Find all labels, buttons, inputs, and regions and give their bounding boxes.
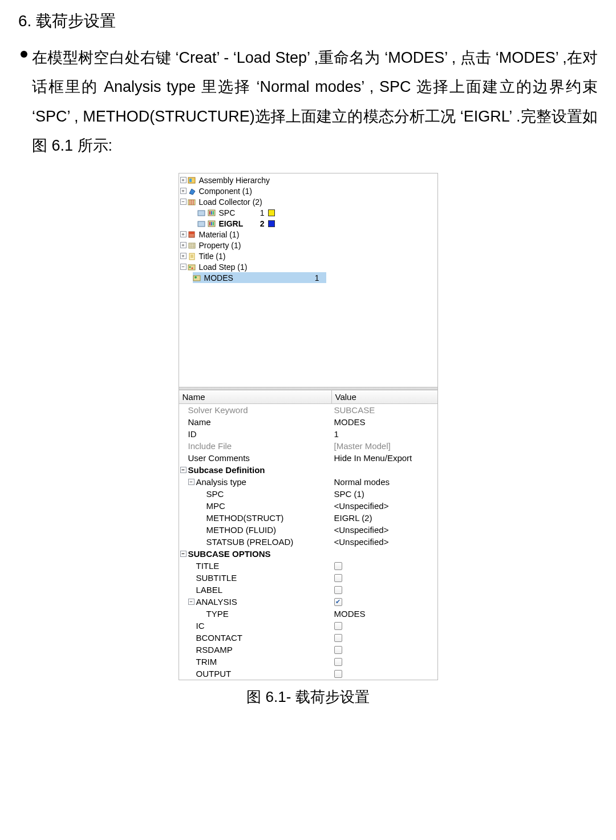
checkbox-icon[interactable] — [334, 586, 342, 594]
prop-row-trim[interactable]: TRIM — [179, 656, 437, 668]
header-name: Name — [179, 390, 332, 403]
collapse-icon[interactable]: − — [180, 199, 187, 205]
prop-row-user-comments[interactable]: User Comments Hide In Menu/Export — [179, 452, 437, 464]
prop-name: TITLE — [179, 561, 332, 571]
checkbox-icon[interactable] — [334, 646, 342, 654]
prop-value[interactable] — [332, 670, 437, 678]
paragraph-text: 在模型树空白处右键 ‘Creat’ - ‘Load Step’ ,重命名为 ‘M… — [32, 43, 598, 160]
prop-row-analysis[interactable]: − ANALYSIS — [179, 596, 437, 608]
prop-name: OUTPUT — [179, 669, 332, 679]
card-icon2 — [208, 208, 217, 217]
prop-name: RSDAMP — [179, 645, 332, 655]
checkbox-icon[interactable] — [334, 658, 342, 666]
prop-row-subcase-definition[interactable]: − Subcase Definition — [179, 464, 437, 476]
checkbox-icon[interactable] — [334, 634, 342, 642]
prop-row-title[interactable]: TITLE — [179, 560, 437, 572]
prop-row-mpc[interactable]: MPC <Unspecified> — [179, 500, 437, 512]
expand-icon[interactable]: + — [180, 231, 187, 237]
prop-value[interactable]: <Unspecified> — [332, 525, 437, 535]
prop-value[interactable] — [332, 622, 437, 630]
prop-row-method-fluid[interactable]: METHOD (FLUID) <Unspecified> — [179, 524, 437, 536]
prop-row-bcontact[interactable]: BCONTACT — [179, 632, 437, 644]
prop-row-subcase-options[interactable]: − SUBCASE OPTIONS — [179, 548, 437, 560]
tree-label: Load Collector (2) — [198, 197, 264, 207]
svg-point-19 — [189, 266, 191, 268]
prop-row-output[interactable]: OUTPUT — [179, 668, 437, 680]
prop-row-id[interactable]: ID 1 — [179, 428, 437, 440]
prop-row-solver-keyword[interactable]: Solver Keyword SUBCASE — [179, 404, 437, 416]
prop-value[interactable]: <Unspecified> — [332, 537, 437, 547]
prop-value[interactable] — [332, 646, 437, 654]
prop-row-method-struct[interactable]: METHOD(STRUCT) EIGRL (2) — [179, 512, 437, 524]
checkbox-checked-icon[interactable] — [334, 598, 342, 606]
prop-name: STATSUB (PRELOAD) — [179, 537, 332, 547]
collapse-icon[interactable]: − — [180, 467, 187, 473]
figure-caption: 图 6.1- 载荷步设置 — [18, 687, 598, 707]
tree-item-title[interactable]: + Title (1) — [180, 251, 437, 261]
color-swatch — [268, 209, 275, 216]
prop-row-spc[interactable]: SPC SPC (1) — [179, 488, 437, 500]
svg-rect-1 — [189, 179, 192, 182]
tree-item-modes[interactable]: MODES 1 — [180, 272, 437, 283]
svg-rect-11 — [209, 222, 210, 225]
tree-item-property[interactable]: + Property (1) — [180, 240, 437, 251]
prop-value: SUBCASE — [332, 405, 437, 415]
tree-item-eigrl[interactable]: EIGRL 2 — [180, 218, 437, 229]
load-step-child-icon — [193, 273, 202, 282]
tree-item-assembly[interactable]: + Assembly Hierarchy — [180, 175, 437, 185]
expand-icon[interactable]: + — [180, 188, 187, 194]
expand-icon[interactable]: + — [180, 253, 187, 259]
prop-row-rsdamp[interactable]: RSDAMP — [179, 644, 437, 656]
prop-value[interactable] — [332, 586, 437, 594]
tree-label: Load Step (1) — [198, 262, 249, 272]
prop-value[interactable] — [332, 562, 437, 570]
prop-row-subtitle[interactable]: SUBTITLE — [179, 572, 437, 584]
expand-icon[interactable]: + — [180, 242, 187, 248]
tree-item-component[interactable]: + Component (1) — [180, 185, 437, 196]
prop-value[interactable] — [332, 574, 437, 582]
prop-value[interactable] — [332, 634, 437, 642]
prop-value[interactable]: MODES — [332, 417, 437, 427]
prop-row-label[interactable]: LABEL — [179, 584, 437, 596]
prop-row-statsub[interactable]: STATSUB (PRELOAD) <Unspecified> — [179, 536, 437, 548]
prop-value[interactable]: <Unspecified> — [332, 501, 437, 511]
prop-row-name[interactable]: Name MODES — [179, 416, 437, 428]
section-heading: 6. 载荷步设置 — [18, 10, 598, 32]
checkbox-icon[interactable] — [334, 562, 342, 570]
tree-item-load-step[interactable]: − Load Step (1) — [180, 261, 437, 272]
tree-item-load-collector[interactable]: − Load Collector (2) — [180, 196, 437, 207]
collapse-icon[interactable]: − — [180, 551, 187, 557]
property-grid: Name Value Solver Keyword SUBCASE Name M… — [179, 390, 437, 680]
prop-value[interactable]: MODES — [332, 609, 437, 619]
prop-row-analysis-type[interactable]: − Analysis type Normal modes — [179, 476, 437, 488]
collapse-icon[interactable]: − — [188, 599, 194, 605]
prop-name: METHOD(STRUCT) — [179, 513, 332, 523]
checkbox-icon[interactable] — [334, 622, 342, 630]
prop-value[interactable]: EIGRL (2) — [332, 513, 437, 523]
prop-row-include[interactable]: Include File [Master Model] — [179, 440, 437, 452]
tree-label: Component (1) — [198, 187, 253, 196]
prop-value[interactable] — [332, 598, 437, 606]
prop-value[interactable] — [332, 658, 437, 666]
expand-icon[interactable]: + — [180, 177, 187, 183]
prop-row-type[interactable]: TYPE MODES — [179, 608, 437, 620]
prop-value[interactable]: Hide In Menu/Export — [332, 453, 437, 463]
prop-value[interactable]: SPC (1) — [332, 489, 437, 499]
checkbox-icon[interactable] — [334, 670, 342, 678]
model-tree[interactable]: + Assembly Hierarchy + Component (1) − L… — [179, 173, 437, 387]
tree-item-material[interactable]: + Material (1) — [180, 229, 437, 240]
card-icon — [197, 208, 206, 217]
prop-value[interactable]: Normal modes — [332, 477, 437, 487]
collapse-icon[interactable]: − — [188, 479, 194, 485]
prop-row-ic[interactable]: IC — [179, 620, 437, 632]
svg-rect-15 — [189, 232, 194, 234]
tree-label: SPC — [218, 208, 253, 217]
tree-item-spc[interactable]: SPC 1 — [180, 207, 437, 218]
svg-rect-16 — [189, 243, 195, 248]
collapse-icon[interactable]: − — [180, 264, 187, 270]
tree-label: Assembly Hierarchy — [198, 176, 271, 185]
header-value: Value — [332, 390, 437, 403]
checkbox-icon[interactable] — [334, 574, 342, 582]
svg-point-22 — [194, 276, 197, 278]
prop-value[interactable]: 1 — [332, 429, 437, 439]
